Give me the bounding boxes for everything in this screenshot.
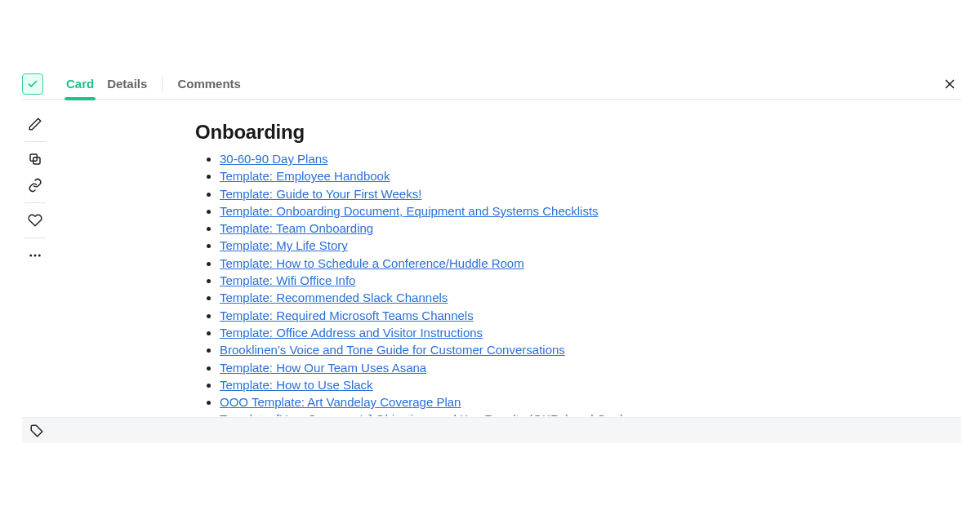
list-item: Template: Recommended Slack Channels [220, 289, 956, 306]
edit-button[interactable] [22, 111, 48, 137]
tab-label: Card [66, 77, 94, 91]
footer-strip [22, 417, 961, 443]
content-link[interactable]: Template: Team Onboarding [220, 221, 373, 235]
card-content: Onboarding 30-60-90 Day Plans Template: … [195, 121, 956, 416]
link-button[interactable] [22, 172, 48, 198]
svg-point-6 [38, 255, 41, 257]
copy-button[interactable] [22, 146, 48, 172]
more-button[interactable] [22, 242, 48, 269]
list-item: Brooklinen's Voice and Tone Guide for Cu… [220, 341, 956, 358]
favorite-button[interactable] [22, 207, 48, 233]
svg-point-4 [29, 255, 32, 257]
list-item: Template: Required Microsoft Teams Chann… [220, 307, 956, 324]
link-icon [28, 178, 42, 193]
list-item: OOO Template: Art Vandelay Coverage Plan [220, 393, 956, 411]
content-link[interactable]: Template: Wifi Office Info [220, 273, 355, 287]
content-link[interactable]: Template: My Life Story [220, 238, 348, 252]
content-link[interactable]: Template: How Our Team Uses Asana [220, 361, 426, 375]
content-link[interactable]: Template: Guide to Your First Weeks! [220, 187, 421, 201]
check-icon [27, 78, 38, 90]
tag-button[interactable] [25, 419, 48, 442]
tab-card[interactable]: Card [60, 69, 100, 99]
content-link[interactable]: Template: [Your Company's] Objectives an… [220, 412, 629, 416]
list-item: Template: How to Schedule a Conference/H… [220, 255, 956, 272]
list-item: 30-60-90 Day Plans [220, 150, 956, 167]
card-header: Card Details Comments [22, 70, 961, 100]
svg-point-5 [34, 255, 37, 257]
tab-label: Details [107, 77, 147, 91]
link-list: 30-60-90 Day Plans Template: Employee Ha… [195, 150, 956, 416]
heart-icon [28, 213, 42, 228]
content-link[interactable]: Template: Employee Handbook [220, 169, 390, 183]
list-item: Template: Guide to Your First Weeks! [220, 185, 956, 202]
close-icon [942, 77, 957, 91]
tab-comments[interactable]: Comments [171, 69, 247, 99]
rail-separator [24, 237, 46, 238]
content-link[interactable]: Template: How to Schedule a Conference/H… [220, 256, 524, 270]
action-rail [22, 111, 48, 269]
list-item: Template: Team Onboarding [220, 220, 956, 237]
pencil-icon [28, 117, 42, 131]
tab-separator [162, 76, 163, 92]
list-item: Template: How Our Team Uses Asana [220, 359, 956, 376]
content-heading: Onboarding [195, 121, 956, 144]
content-link[interactable]: 30-60-90 Day Plans [220, 152, 328, 166]
list-item: Template: My Life Story [220, 237, 956, 254]
content-link[interactable]: Template: Office Address and Visitor Ins… [220, 326, 483, 340]
tab-label: Comments [177, 77, 241, 91]
tag-icon [29, 424, 44, 438]
list-item: Template: Office Address and Visitor Ins… [220, 324, 956, 341]
list-item: Template: How to Use Slack [220, 376, 956, 393]
content-link[interactable]: Brooklinen's Voice and Tone Guide for Cu… [220, 343, 565, 357]
tab-details[interactable]: Details [100, 69, 154, 99]
list-item: Template: Employee Handbook [220, 167, 956, 184]
copy-icon [28, 152, 42, 166]
list-item: Template: [Your Company's] Objectives an… [220, 411, 956, 416]
tabs: Card Details Comments [60, 69, 247, 99]
content-link[interactable]: Template: How to Use Slack [220, 378, 373, 392]
content-link[interactable]: OOO Template: Art Vandelay Coverage Plan [220, 395, 461, 409]
close-button[interactable] [938, 73, 961, 95]
content-link[interactable]: Template: Recommended Slack Channels [220, 291, 448, 304]
content-link[interactable]: Template: Required Microsoft Teams Chann… [220, 308, 474, 322]
rail-separator [24, 202, 46, 203]
rail-separator [24, 141, 46, 142]
content-link[interactable]: Template: Onboarding Document, Equipment… [220, 204, 599, 218]
more-icon [28, 248, 42, 263]
list-item: Template: Wifi Office Info [220, 272, 956, 289]
complete-toggle[interactable] [22, 73, 43, 95]
list-item: Template: Onboarding Document, Equipment… [220, 202, 956, 220]
